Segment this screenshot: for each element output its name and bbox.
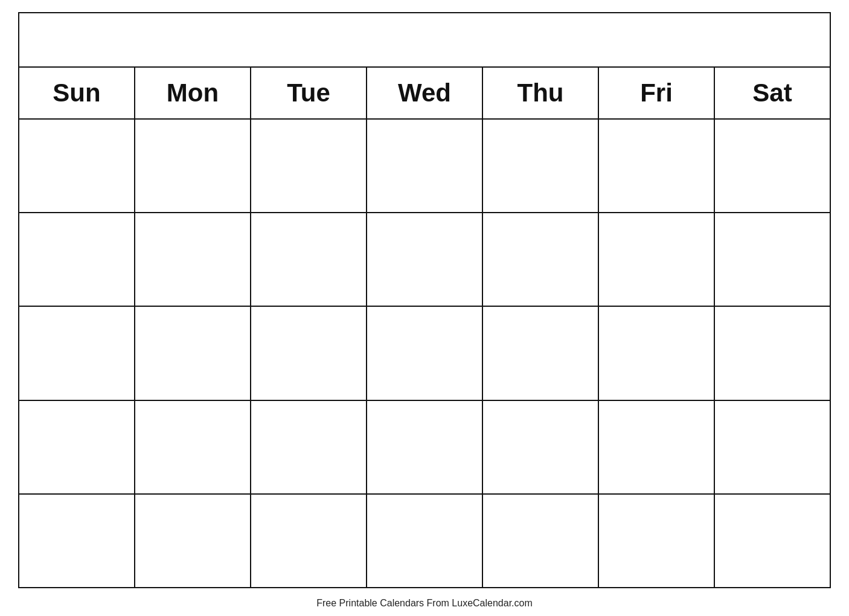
table-row (135, 213, 251, 306)
table-row (598, 494, 714, 588)
table-row (367, 306, 482, 400)
table-row (714, 306, 830, 400)
table-row (598, 400, 714, 494)
day-header-sat: Sat (714, 67, 830, 119)
table-row (19, 306, 135, 400)
table-row (482, 400, 598, 494)
day-header-thu: Thu (482, 67, 598, 119)
table-row (367, 213, 482, 306)
calendar-title-cell (19, 13, 830, 67)
calendar-table: Sun Mon Tue Wed Thu Fri Sat (18, 12, 831, 588)
title-row (19, 13, 830, 67)
calendar-week-row (19, 213, 830, 306)
calendar-week-row (19, 494, 830, 588)
table-row (482, 213, 598, 306)
table-row (135, 119, 251, 213)
page-container: Sun Mon Tue Wed Thu Fri Sat Free Printab… (0, 0, 849, 616)
table-row (598, 119, 714, 213)
table-row (367, 400, 482, 494)
table-row (714, 400, 830, 494)
calendar-wrapper: Sun Mon Tue Wed Thu Fri Sat (18, 12, 831, 588)
day-header-tue: Tue (251, 67, 367, 119)
day-header-sun: Sun (19, 67, 135, 119)
table-row (19, 213, 135, 306)
table-row (367, 494, 482, 588)
table-row (482, 306, 598, 400)
table-row (251, 400, 367, 494)
table-row (19, 400, 135, 494)
table-row (251, 494, 367, 588)
table-row (251, 306, 367, 400)
table-row (19, 494, 135, 588)
table-row (135, 400, 251, 494)
table-row (251, 119, 367, 213)
calendar-week-row (19, 400, 830, 494)
table-row (714, 494, 830, 588)
day-header-mon: Mon (135, 67, 251, 119)
calendar-week-row (19, 119, 830, 213)
table-row (367, 119, 482, 213)
day-header-wed: Wed (367, 67, 482, 119)
table-row (598, 213, 714, 306)
table-row (135, 306, 251, 400)
table-row (714, 213, 830, 306)
header-row: Sun Mon Tue Wed Thu Fri Sat (19, 67, 830, 119)
day-header-fri: Fri (598, 67, 714, 119)
table-row (251, 213, 367, 306)
table-row (135, 494, 251, 588)
table-row (482, 119, 598, 213)
table-row (19, 119, 135, 213)
calendar-week-row (19, 306, 830, 400)
table-row (598, 306, 714, 400)
calendar-body (19, 119, 830, 588)
footer-text: Free Printable Calendars From LuxeCalend… (316, 594, 533, 610)
table-row (482, 494, 598, 588)
table-row (714, 119, 830, 213)
